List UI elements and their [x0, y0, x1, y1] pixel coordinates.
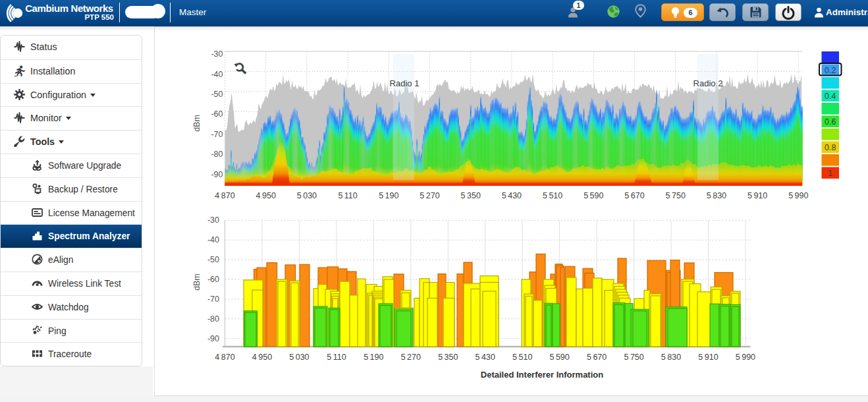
svg-text:Detailed Interferer Informatio: Detailed Interferer Information — [481, 370, 603, 380]
svg-text:-60: -60 — [211, 109, 223, 119]
svg-text:4 950: 4 950 — [256, 191, 276, 200]
svg-text:-90: -90 — [207, 334, 219, 343]
svg-text:5 110: 5 110 — [327, 353, 346, 362]
svg-text:-70: -70 — [211, 130, 223, 139]
svg-text:5 430: 5 430 — [475, 353, 495, 362]
svg-text:4 870: 4 870 — [215, 353, 234, 362]
svg-text:5 990: 5 990 — [736, 353, 755, 362]
svg-text:5 030: 5 030 — [297, 191, 317, 200]
svg-text:5 910: 5 910 — [747, 191, 767, 200]
svg-text:5 110: 5 110 — [338, 191, 357, 200]
svg-text:-40: -40 — [211, 70, 223, 79]
svg-text:0.6: 0.6 — [825, 117, 836, 127]
svg-text:0.2: 0.2 — [825, 66, 836, 75]
svg-text:5 270: 5 270 — [401, 353, 421, 362]
svg-text:5 670: 5 670 — [624, 191, 644, 200]
svg-text:-70: -70 — [207, 295, 219, 304]
svg-text:5 750: 5 750 — [624, 353, 643, 362]
svg-text:5 510: 5 510 — [543, 191, 562, 200]
svg-text:-80: -80 — [207, 314, 219, 324]
svg-text:4 870: 4 870 — [215, 191, 234, 200]
svg-text:5 990: 5 990 — [788, 191, 808, 200]
svg-text:-50: -50 — [207, 255, 219, 264]
svg-text:4 950: 4 950 — [252, 353, 272, 362]
svg-text:dBm: dBm — [192, 115, 202, 132]
svg-text:-30: -30 — [207, 215, 219, 225]
svg-text:5 430: 5 430 — [502, 191, 522, 200]
svg-text:5 190: 5 190 — [379, 191, 398, 200]
svg-text:5 830: 5 830 — [661, 353, 681, 362]
svg-text:5 910: 5 910 — [698, 353, 718, 362]
svg-text:-30: -30 — [211, 49, 223, 59]
svg-text:-60: -60 — [207, 275, 219, 284]
svg-text:5 590: 5 590 — [549, 353, 569, 362]
svg-text:5 510: 5 510 — [512, 353, 532, 362]
svg-text:-80: -80 — [211, 150, 223, 159]
svg-text:5 750: 5 750 — [666, 191, 686, 200]
svg-text:-90: -90 — [211, 170, 223, 179]
svg-text:5 670: 5 670 — [587, 353, 607, 362]
svg-text:dBm: dBm — [192, 273, 202, 291]
svg-text:5 830: 5 830 — [707, 191, 726, 200]
svg-text:-50: -50 — [211, 90, 223, 99]
svg-text:5 350: 5 350 — [438, 353, 458, 362]
svg-text:0.4: 0.4 — [825, 92, 836, 101]
svg-text:Radio 1: Radio 1 — [390, 78, 420, 88]
svg-text:5 030: 5 030 — [289, 353, 309, 362]
svg-text:1: 1 — [828, 169, 832, 178]
svg-text:5 350: 5 350 — [461, 191, 481, 200]
svg-text:5 270: 5 270 — [420, 191, 439, 200]
svg-text:Radio 2: Radio 2 — [693, 78, 723, 88]
svg-text:5 190: 5 190 — [364, 353, 383, 362]
svg-text:5 590: 5 590 — [583, 191, 603, 200]
svg-text:0.8: 0.8 — [825, 143, 836, 152]
svg-text:-40: -40 — [207, 235, 219, 244]
